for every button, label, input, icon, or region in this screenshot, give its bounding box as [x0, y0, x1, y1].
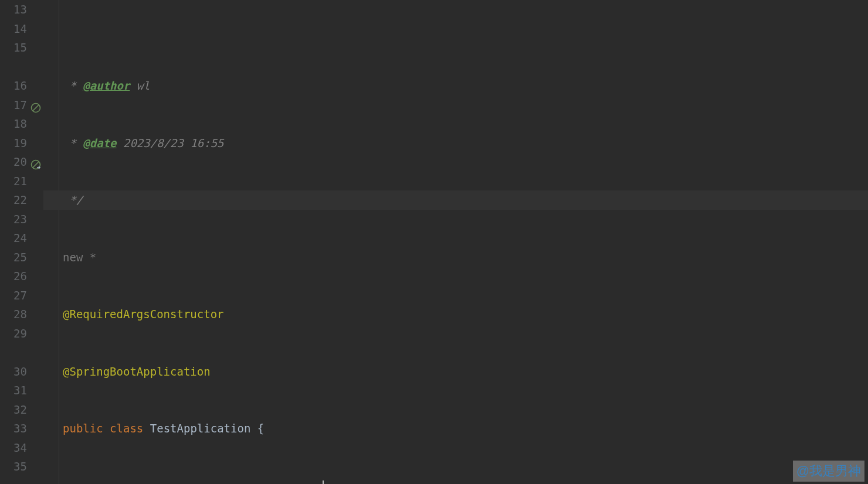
- line-number: 33: [13, 419, 27, 438]
- line-number: 25: [13, 248, 27, 267]
- line-number: 18: [13, 114, 27, 134]
- code-line[interactable]: * @author wl: [63, 76, 868, 96]
- line-number: 15: [13, 38, 27, 57]
- line-number: 30: [13, 362, 27, 381]
- line-number: 17: [13, 96, 27, 115]
- line-number: 21: [13, 172, 27, 191]
- line-number: 29: [13, 324, 27, 343]
- line-number: 32: [13, 400, 27, 420]
- gutter: 13 14 15 16 17 18 19 20 21 22 23 24 25 2…: [0, 0, 43, 484]
- line-number: 26: [13, 267, 27, 286]
- line-number: 27: [13, 286, 27, 305]
- code-line[interactable]: [63, 476, 868, 485]
- code-line[interactable]: */: [63, 190, 868, 210]
- svg-line-3: [33, 162, 39, 168]
- line-number: 22: [13, 190, 27, 210]
- watermark: @我是男神: [793, 461, 864, 482]
- line-number: 34: [13, 438, 27, 458]
- line-number: 24: [13, 229, 27, 248]
- line-number: 13: [13, 0, 27, 19]
- line-number: 35: [13, 457, 27, 476]
- line-number: 20: [13, 152, 27, 172]
- line-number: 28: [13, 305, 27, 324]
- line-number: 23: [13, 210, 27, 229]
- line-number: 16: [13, 76, 27, 96]
- line-number: 14: [13, 19, 27, 39]
- code-area[interactable]: * @author wl * @date 2023/8/23 16:55 */ …: [43, 0, 868, 484]
- line-number: 19: [13, 134, 27, 153]
- code-editor[interactable]: 13 14 15 16 17 18 19 20 21 22 23 24 25 2…: [0, 0, 868, 484]
- inlay-hint[interactable]: new *: [63, 248, 868, 267]
- text-cursor: [323, 480, 324, 484]
- code-line[interactable]: public class TestApplication {: [63, 419, 868, 438]
- no-entry-icon[interactable]: [30, 100, 41, 110]
- code-line[interactable]: @SpringBootApplication: [63, 362, 868, 381]
- no-entry-arrow-icon[interactable]: [30, 156, 41, 167]
- code-line[interactable]: @RequiredArgsConstructor: [63, 305, 868, 324]
- code-line[interactable]: * @date 2023/8/23 16:55: [63, 134, 868, 153]
- svg-line-1: [33, 105, 39, 111]
- line-number: 31: [13, 381, 27, 400]
